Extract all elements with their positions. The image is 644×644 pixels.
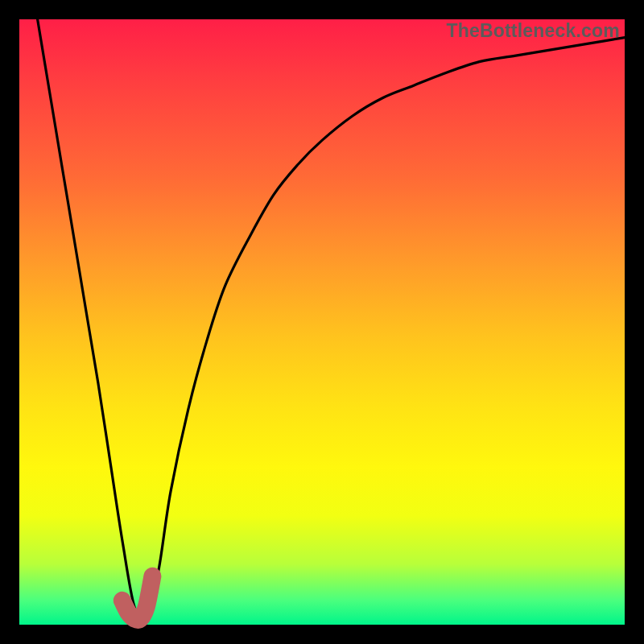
chart-frame: TheBottleneck.com (0, 0, 644, 644)
plot-area: TheBottleneck.com (19, 19, 625, 625)
series-layer (19, 19, 625, 625)
bottleneck-curve (38, 19, 625, 621)
highlight-j-marker (122, 576, 153, 620)
